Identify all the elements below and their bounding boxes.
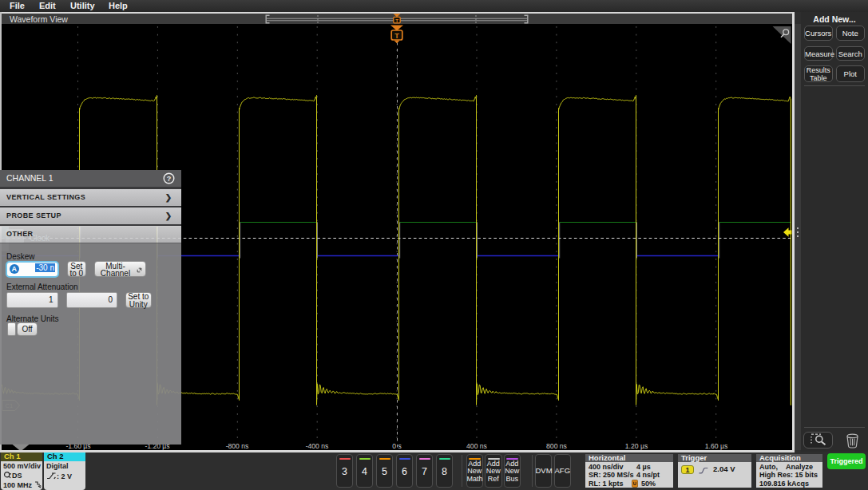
svg-text:?: ? [166, 175, 171, 183]
